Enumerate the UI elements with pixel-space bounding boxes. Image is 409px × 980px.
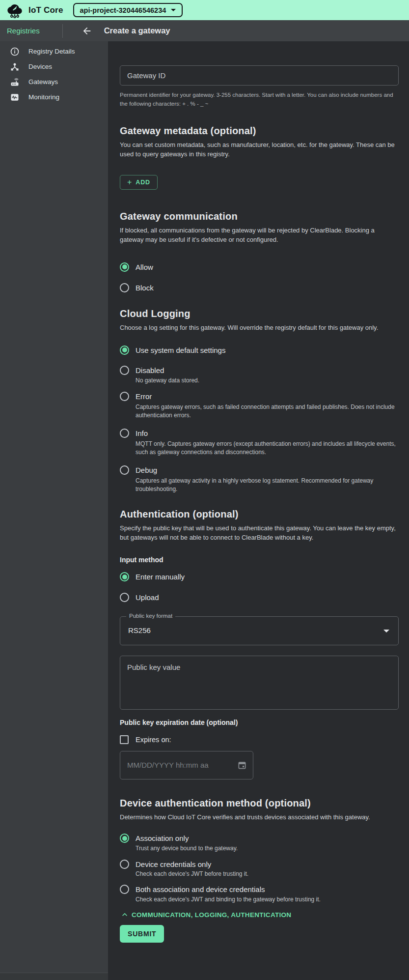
device-auth-section-title: Device authentication method (optional) (120, 797, 399, 809)
toggle-link-label: COMMUNICATION, LOGGING, AUTHENTICATION (132, 911, 291, 919)
sidebar-item-label: Gateways (28, 78, 58, 86)
authentication-section-description: Specify the public key that will be used… (120, 523, 399, 542)
info-icon (10, 47, 20, 57)
radio-unselected-icon (120, 429, 129, 438)
sidebar-item-label: Devices (28, 63, 52, 70)
sidebar-item-label: Monitoring (28, 93, 59, 101)
main-panel: Permanent identifier for your gateway. 3… (108, 41, 409, 980)
radio-allow[interactable]: Allow (120, 262, 399, 272)
radio-selected-icon (120, 262, 129, 272)
checkbox-label: Expires on: (136, 736, 171, 744)
radio-device-credentials-only[interactable]: Device credentials only (120, 859, 399, 869)
chevron-up-icon (120, 910, 130, 920)
communication-section-title: Gateway communication (120, 210, 399, 223)
sidebar-item-label: Registry Details (28, 48, 75, 55)
radio-both-association-and-credentials[interactable]: Both association and device credentials (120, 885, 399, 894)
radio-label: Disabled (136, 366, 164, 375)
app-header: IoT Core api-project-320446546234 (0, 0, 409, 20)
radio-debug[interactable]: Debug (120, 465, 399, 475)
radio-description: Check each device's JWT and binding to t… (120, 895, 399, 904)
sidebar-item-devices[interactable]: Devices (0, 59, 108, 74)
project-selector[interactable]: api-project-320446546234 (73, 3, 183, 17)
sidebar-item-gateways[interactable]: Gateways (0, 74, 108, 89)
page-title: Create a gateway (104, 26, 170, 35)
public-key-value-textarea[interactable] (120, 656, 399, 710)
sidebar-footer-strip (0, 973, 108, 980)
header-divider (62, 24, 63, 38)
device-auth-section-description: Determines how Cloud IoT Core verifies a… (120, 812, 399, 822)
radio-selected-icon (120, 346, 129, 355)
sidebar-item-monitoring[interactable]: Monitoring (0, 89, 108, 105)
radio-label: Info (136, 429, 148, 437)
product-title: IoT Core (28, 5, 63, 15)
expiration-date-input[interactable] (127, 761, 237, 769)
radio-unselected-icon (120, 885, 129, 894)
chevron-down-icon (383, 630, 389, 633)
radio-unselected-icon (120, 283, 129, 292)
authentication-section-title: Authentication (optional) (120, 508, 399, 520)
radio-unselected-icon (120, 392, 129, 401)
radio-label: Enter manually (136, 573, 185, 581)
radio-label: Allow (136, 263, 153, 271)
logging-section-title: Cloud Logging (120, 307, 399, 320)
sidebar: Registry Details Devices Gateways Monito… (0, 41, 108, 980)
radio-label: Upload (136, 593, 159, 602)
sidebar-item-registry-details[interactable]: Registry Details (0, 44, 108, 59)
radio-label: Association only (136, 834, 189, 842)
radio-error[interactable]: Error (120, 392, 399, 402)
radio-label: Device credentials only (136, 860, 211, 868)
calendar-icon[interactable] (237, 760, 247, 770)
radio-unselected-icon (120, 366, 129, 375)
radio-description: Check each device's JWT before trusting … (120, 870, 399, 879)
radio-enter-manually[interactable]: Enter manually (120, 572, 399, 582)
public-key-format-select[interactable]: Public key format RS256 (120, 616, 399, 645)
gateway-id-helper: Permanent identifier for your gateway. 3… (120, 90, 395, 108)
add-button-label: ADD (136, 179, 150, 186)
page-header: Registries Create a gateway (0, 20, 409, 41)
input-method-label: Input method (120, 555, 399, 564)
radio-upload[interactable]: Upload (120, 593, 399, 603)
radio-label: Error (136, 392, 152, 401)
radio-use-system-default[interactable]: Use system default settings (120, 345, 399, 355)
radio-selected-icon (120, 572, 129, 581)
radio-description: Captures gateway errors, such as failed … (120, 403, 399, 420)
submit-button[interactable]: SUBMIT (120, 925, 164, 943)
radio-description: MQTT only. Captures gateway errors (exce… (120, 440, 399, 457)
checkbox-icon[interactable] (120, 735, 129, 744)
iot-core-cloud-logo (6, 2, 24, 18)
expires-on-checkbox-row[interactable]: Expires on: (120, 735, 399, 745)
device-hub-icon (10, 62, 20, 72)
router-icon (10, 77, 20, 87)
expiration-date-field[interactable] (120, 751, 253, 779)
select-label: Public key format (126, 613, 175, 619)
expiration-title: Public key expiration date (optional) (120, 718, 399, 727)
radio-label: Both association and device credentials (136, 885, 265, 894)
radio-unselected-icon (120, 465, 129, 475)
radio-label: Use system default settings (136, 346, 225, 354)
logging-section-description: Choose a log setting for this gateway. W… (120, 323, 399, 332)
radio-description: Captures all gateway activity in a highl… (120, 477, 399, 494)
select-value: RS256 (128, 626, 151, 634)
communication-section-description: If blocked, all communications from the … (120, 226, 399, 244)
radio-info[interactable]: Info (120, 429, 399, 438)
radio-association-only[interactable]: Association only (120, 834, 399, 843)
monitoring-chart-icon (10, 92, 20, 102)
radio-unselected-icon (120, 860, 129, 869)
metadata-section-title: Gateway metadata (optional) (120, 124, 399, 137)
radio-block[interactable]: Block (120, 283, 399, 292)
section-toggle-link[interactable]: COMMUNICATION, LOGGING, AUTHENTICATION (120, 910, 399, 920)
breadcrumb-registries[interactable]: Registries (7, 27, 40, 35)
chevron-down-icon (171, 9, 176, 11)
radio-unselected-icon (120, 593, 129, 602)
radio-disabled[interactable]: Disabled (120, 365, 399, 375)
radio-label: Block (136, 284, 154, 292)
project-selector-label: api-project-320446546234 (80, 6, 166, 14)
metadata-section-description: You can set custom metadata, such as man… (120, 140, 399, 159)
radio-label: Debug (136, 466, 157, 474)
add-metadata-button[interactable]: + ADD (120, 175, 158, 190)
gateway-id-input[interactable] (120, 65, 399, 86)
plus-icon: + (127, 178, 132, 186)
radio-selected-icon (120, 834, 129, 843)
radio-description: No gateway data stored. (120, 376, 399, 385)
arrow-back-icon[interactable] (82, 26, 92, 36)
